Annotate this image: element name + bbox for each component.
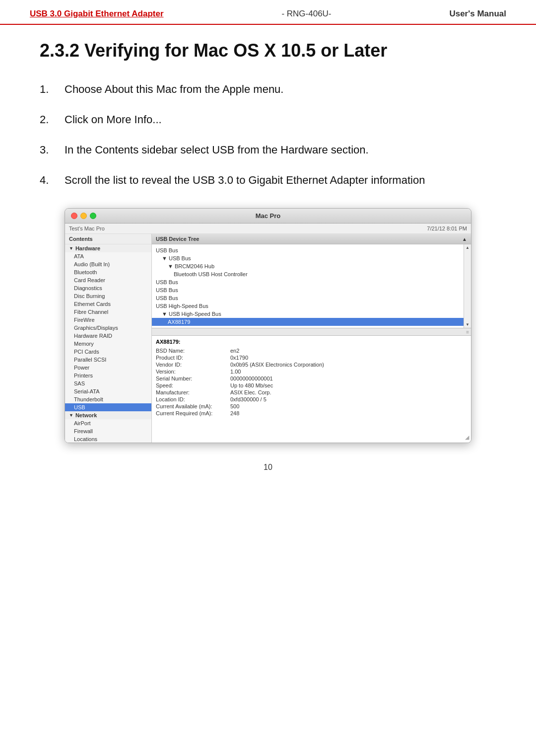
detail-row-current-required: Current Required (mA): 248	[156, 410, 467, 416]
sidebar-item-airport[interactable]: AirPort	[65, 419, 151, 427]
current-available-value: 500	[230, 403, 239, 409]
step-4-number: 4.	[40, 172, 65, 188]
detail-row-bsd: BSD Name: en2	[156, 348, 467, 354]
usb-tree-section: USB Bus ▼ USB Bus ▼ BRCM2046 Hub Bluetoo…	[152, 244, 471, 328]
sidebar-item-graphics-displays[interactable]: Graphics/Displays	[65, 324, 151, 332]
sidebar-item-sas[interactable]: SAS	[65, 379, 151, 387]
current-available-label: Current Available (mA):	[156, 403, 230, 409]
manufacturer-label: Manufacturer:	[156, 389, 230, 395]
usb-high-speed-bus-1[interactable]: USB High-Speed Bus	[152, 302, 464, 310]
step-2-number: 2.	[40, 111, 65, 128]
header-model: - RNG-406U-	[281, 9, 331, 19]
step-2-text: Click on More Info...	[65, 111, 496, 128]
detail-row-current-available: Current Available (mA): 500	[156, 403, 467, 409]
usb-high-speed-bus-2[interactable]: ▼ USB High-Speed Bus	[152, 310, 464, 318]
usb-tree-scrollbar[interactable]: ▲ ▼	[464, 244, 471, 328]
mac-sidebar[interactable]: Contents ▼ Hardware ATA Audio (Built In)…	[65, 234, 152, 443]
step-1: 1. Choose About this Mac from the Apple …	[40, 81, 496, 97]
sidebar-item-power[interactable]: Power	[65, 364, 151, 372]
sidebar-item-ata[interactable]: ATA	[65, 252, 151, 260]
step-1-text: Choose About this Mac from the Apple men…	[65, 81, 496, 97]
mac-window: Mac Pro Test's Mac Pro 7/21/12 8:01 PM C…	[65, 208, 471, 443]
traffic-lights	[71, 213, 96, 219]
mac-titlebar: Mac Pro	[65, 209, 471, 224]
detail-row-speed: Speed: Up to 480 Mb/sec	[156, 382, 467, 388]
computer-name: Test's Mac Pro	[69, 226, 105, 231]
brcm2046-hub[interactable]: ▼ BRCM2046 Hub	[152, 262, 464, 270]
sidebar-section-hardware[interactable]: ▼ Hardware	[65, 244, 151, 252]
resize-icon: ≡	[466, 329, 469, 335]
sidebar-item-disc-burning[interactable]: Disc Burning	[65, 292, 151, 300]
detail-row-product-id: Product ID: 0x1790	[156, 355, 467, 361]
usb-bus-4[interactable]: USB Bus	[152, 286, 464, 294]
page-header: USB 3.0 Gigabit Ethernet Adapter - RNG-4…	[0, 0, 536, 25]
detail-row-vendor-id: Vendor ID: 0x0b95 (ASIX Electronics Corp…	[156, 362, 467, 368]
sidebar-item-firewire[interactable]: FireWire	[65, 316, 151, 324]
window-date: 7/21/12 8:01 PM	[427, 226, 467, 231]
sidebar-item-ethernet-cards[interactable]: Ethernet Cards	[65, 300, 151, 308]
step-1-number: 1.	[40, 81, 65, 97]
version-label: Version:	[156, 369, 230, 375]
usb-bus-3[interactable]: USB Bus	[152, 278, 464, 286]
bsd-value: en2	[230, 348, 239, 354]
main-panel-toolbar: USB Device Tree ▲	[152, 234, 471, 244]
sidebar-item-firewall[interactable]: Firewall	[65, 427, 151, 435]
speed-value: Up to 480 Mb/sec	[230, 382, 273, 388]
usb-tree: USB Bus ▼ USB Bus ▼ BRCM2046 Hub Bluetoo…	[152, 244, 464, 328]
header-product-name: USB 3.0 Gigabit Ethernet Adapter	[30, 9, 164, 19]
usb-device-tree-label: USB Device Tree	[156, 236, 199, 242]
sidebar-item-printers[interactable]: Printers	[65, 372, 151, 379]
sidebar-item-card-reader[interactable]: Card Reader	[65, 276, 151, 284]
sidebar-item-usb[interactable]: USB	[65, 403, 151, 411]
step-4-text: Scroll the list to reveal the USB 3.0 to…	[65, 172, 496, 188]
sidebar-item-audio[interactable]: Audio (Built In)	[65, 260, 151, 268]
scroll-down-arrow[interactable]: ▼	[466, 322, 469, 327]
sidebar-item-diagnostics[interactable]: Diagnostics	[65, 284, 151, 292]
location-value: 0xfd300000 / 5	[230, 396, 267, 402]
detail-row-manufacturer: Manufacturer: ASIX Elec. Corp.	[156, 389, 467, 395]
mac-main-panel: USB Device Tree ▲ USB Bus ▼ USB Bus ▼ BR…	[152, 234, 471, 443]
minimize-button[interactable]	[80, 213, 87, 219]
sidebar-item-hardware-raid[interactable]: Hardware RAID	[65, 332, 151, 340]
usb-bus-2[interactable]: ▼ USB Bus	[152, 254, 464, 262]
vendor-id-label: Vendor ID:	[156, 362, 230, 368]
sidebar-item-serial-ata[interactable]: Serial-ATA	[65, 387, 151, 395]
bluetooth-usb-host[interactable]: Bluetooth USB Host Controller	[152, 270, 464, 278]
mac-window-container: Mac Pro Test's Mac Pro 7/21/12 8:01 PM C…	[65, 208, 471, 443]
contents-label: Contents	[65, 234, 151, 244]
triangle-icon: ▼	[69, 246, 73, 251]
usb-bus-5[interactable]: USB Bus	[152, 294, 464, 302]
usb-bus-1[interactable]: USB Bus	[152, 246, 464, 254]
close-button[interactable]	[71, 213, 77, 219]
main-content: 2.3.2 Verifying for Mac OS X 10.5 or Lat…	[0, 25, 536, 492]
panel-resize-handle[interactable]: ≡	[152, 328, 471, 336]
sidebar-item-pci-cards[interactable]: PCI Cards	[65, 348, 151, 356]
maximize-button[interactable]	[90, 213, 96, 219]
sidebar-item-bluetooth[interactable]: Bluetooth	[65, 268, 151, 276]
sidebar-item-thunderbolt[interactable]: Thunderbolt	[65, 395, 151, 403]
sidebar-item-parallel-scsi[interactable]: Parallel SCSI	[65, 356, 151, 364]
step-2: 2. Click on More Info...	[40, 111, 496, 128]
sidebar-item-locations[interactable]: Locations	[65, 435, 151, 443]
triangle-icon-network: ▼	[69, 413, 73, 418]
detail-row-version: Version: 1.00	[156, 369, 467, 375]
detail-title: AX88179:	[156, 339, 467, 345]
ax88179-item[interactable]: AX88179	[152, 318, 464, 326]
serial-value: 00000000000001	[230, 376, 273, 381]
sidebar-section-network[interactable]: ▼ Network	[65, 411, 151, 419]
current-required-label: Current Required (mA):	[156, 410, 230, 416]
sort-icon[interactable]: ▲	[462, 236, 467, 242]
product-id-label: Product ID:	[156, 355, 230, 361]
window-info-row: Test's Mac Pro 7/21/12 8:01 PM	[65, 224, 471, 234]
current-required-value: 248	[230, 410, 239, 416]
scroll-up-arrow[interactable]: ▲	[466, 245, 469, 250]
sidebar-item-fibre-channel[interactable]: Fibre Channel	[65, 308, 151, 316]
step-3-text: In the Contents sidebar select USB from …	[65, 142, 496, 158]
step-4: 4. Scroll the list to reveal the USB 3.0…	[40, 172, 496, 188]
window-body: Contents ▼ Hardware ATA Audio (Built In)…	[65, 234, 471, 443]
vendor-id-value: 0x0b95 (ASIX Electronics Corporation)	[230, 362, 324, 368]
network-label: Network	[75, 412, 97, 418]
sidebar-item-memory[interactable]: Memory	[65, 340, 151, 348]
resize-handle-icon: ◢	[465, 434, 469, 441]
detail-section: AX88179: BSD Name: en2 Product ID: 0x179…	[152, 336, 471, 443]
